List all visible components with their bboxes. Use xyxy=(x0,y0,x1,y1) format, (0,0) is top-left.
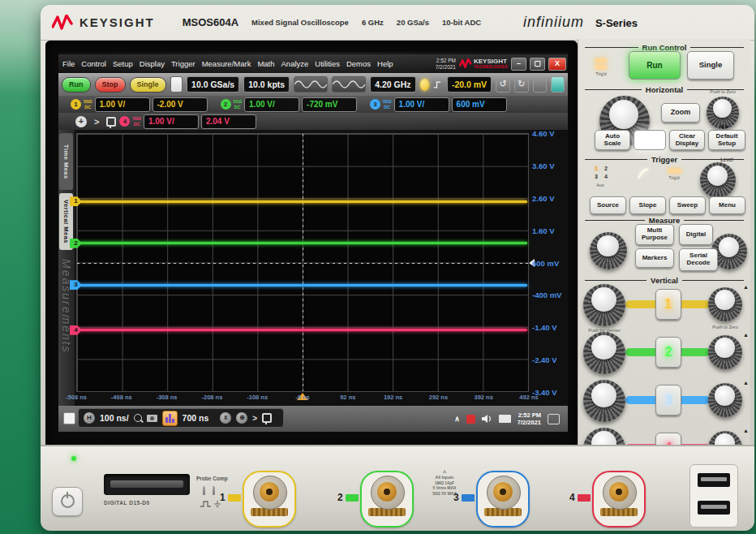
channel-1-coupling[interactable]: 50ΩDC xyxy=(84,99,92,109)
expand-arrow-icon[interactable]: > xyxy=(252,414,257,423)
channel-2-scale-knob[interactable] xyxy=(583,332,625,374)
channel-2-badge[interactable]: 2 xyxy=(221,99,231,110)
histogram-button[interactable] xyxy=(162,411,178,426)
waveform-trace-channel-4[interactable] xyxy=(78,329,527,331)
bnc-connector-4[interactable] xyxy=(603,476,637,510)
waveform-style-button[interactable] xyxy=(294,76,328,93)
bnc-connector-1[interactable] xyxy=(253,476,287,510)
markers-button[interactable]: Markers xyxy=(635,248,674,268)
digital-input-slot[interactable] xyxy=(104,474,190,495)
timebase-value[interactable]: 100 ns/ xyxy=(100,413,129,423)
bandwidth-box[interactable]: 4.20 GHz xyxy=(370,76,415,93)
waveform-grid[interactable]: 1234 xyxy=(76,133,529,392)
bnc-connector-2[interactable] xyxy=(371,476,405,510)
channel-1-offset-knob[interactable] xyxy=(708,287,742,321)
camera-icon[interactable] xyxy=(147,415,157,422)
run-button[interactable]: Run xyxy=(62,77,91,93)
single-button-panel[interactable]: Single xyxy=(687,51,734,80)
pointer-mode-button[interactable] xyxy=(533,76,547,93)
waveform-style-button-2[interactable] xyxy=(332,76,366,93)
marker-icon[interactable]: ⊕ xyxy=(236,412,247,424)
keyboard-icon[interactable] xyxy=(499,415,511,423)
show-desktop-icon[interactable] xyxy=(63,412,75,424)
serial-decode-button[interactable]: Serial Decode xyxy=(679,248,718,271)
menu-item-analyze[interactable]: Analyze xyxy=(281,59,309,68)
slope-button[interactable]: Slope xyxy=(629,196,666,214)
channel-2-enable-button[interactable]: 2 xyxy=(655,337,681,368)
channel-3-coupling[interactable]: 50ΩDC xyxy=(383,99,392,109)
channel-2-offset-knob[interactable] xyxy=(708,335,742,369)
expand-arrow-icon[interactable]: > xyxy=(94,117,99,127)
touch-toggle-button[interactable] xyxy=(170,76,183,93)
channel-3-offset-knob[interactable] xyxy=(708,383,742,417)
usb-port-1[interactable] xyxy=(698,473,730,487)
horizontal-menu-icon[interactable]: H xyxy=(84,412,95,424)
waveform-trace-channel-2[interactable] xyxy=(78,242,527,244)
waveform-trace-channel-1[interactable] xyxy=(78,200,527,203)
source-button[interactable]: Source xyxy=(590,196,626,214)
channel-3-scale-knob[interactable] xyxy=(583,380,625,422)
menu-item-math[interactable]: Math xyxy=(257,59,274,68)
bnc-connector-3[interactable] xyxy=(487,476,521,510)
channel-3-enable-button[interactable]: 3 xyxy=(655,385,681,416)
undo-button[interactable]: ↺ xyxy=(496,76,510,93)
menu-item-help[interactable]: Help xyxy=(377,59,393,68)
menu-item-trigger[interactable]: Trigger xyxy=(171,59,195,68)
trigger-level-box[interactable]: -20.0 mV xyxy=(447,76,492,93)
pause-icon[interactable]: ‖ xyxy=(220,412,231,424)
close-button[interactable]: X xyxy=(548,58,566,71)
search-zoom-icon[interactable] xyxy=(134,414,142,422)
channel-3-badge[interactable]: 3 xyxy=(370,99,380,110)
probe-comp-pin[interactable] xyxy=(213,486,215,495)
channel-1-offset[interactable]: -2.00 V xyxy=(152,97,208,112)
menu-item-file[interactable]: File xyxy=(62,59,75,68)
memory-depth-box[interactable]: 10.0 kpts xyxy=(243,76,290,93)
multi-purpose-button[interactable]: Multi Purpose xyxy=(635,224,674,245)
stop-button[interactable]: Stop xyxy=(95,77,126,93)
autoscale-button[interactable]: Auto Scale xyxy=(595,130,630,150)
channel-1-scale[interactable]: 1.00 V/ xyxy=(95,97,150,112)
measure-knob-left[interactable] xyxy=(590,232,627,269)
waveform-trace-channel-3[interactable] xyxy=(78,284,527,286)
channel-1-enable-button[interactable]: 1 xyxy=(655,289,681,320)
digital-button[interactable]: Digital xyxy=(679,224,713,245)
pin-icon[interactable] xyxy=(262,413,272,423)
run-stop-button[interactable]: Run xyxy=(629,51,681,80)
zoom-button[interactable]: Zoom xyxy=(661,103,700,123)
tray-chevron-icon[interactable]: ∧ xyxy=(454,415,460,423)
channel-2-coupling[interactable]: 50ΩDC xyxy=(234,99,243,109)
touch-button[interactable] xyxy=(634,130,666,150)
taskbar-clock[interactable]: 2:52 PM 7/2/2021 xyxy=(518,411,541,427)
channel-3-scale[interactable]: 1.00 V/ xyxy=(394,97,449,112)
notification-icon[interactable] xyxy=(548,414,560,424)
add-measurement-icon[interactable]: + xyxy=(75,116,87,127)
delay-value[interactable]: 700 ns xyxy=(183,413,209,423)
menu-item-measuremark[interactable]: Measure/Mark xyxy=(202,59,251,68)
sidebar-tab-time-meas[interactable]: Time Meas xyxy=(59,133,73,190)
clear-display-button[interactable]: Clear Display xyxy=(669,130,705,150)
channel-4-coupling[interactable]: 50ΩDC xyxy=(132,116,141,126)
pin-icon[interactable] xyxy=(106,117,116,127)
channel-2-scale[interactable]: 1.00 V/ xyxy=(244,97,299,112)
menu-item-demos[interactable]: Demos xyxy=(346,59,371,68)
sweep-button[interactable]: Sweep xyxy=(669,196,706,214)
channel-1-scale-knob[interactable] xyxy=(583,284,625,326)
menu-item-utilities[interactable]: Utilities xyxy=(315,59,340,68)
menu-item-control[interactable]: Control xyxy=(81,59,106,68)
channel-4-offset[interactable]: 2.04 V xyxy=(201,114,256,129)
sample-rate-box[interactable]: 10.0 GSa/s xyxy=(187,76,239,93)
tray-keysight-icon[interactable] xyxy=(466,415,475,424)
minimize-button[interactable]: – xyxy=(511,58,526,71)
power-button[interactable] xyxy=(52,487,83,516)
maximize-button[interactable]: ▢ xyxy=(530,58,545,71)
menu-button[interactable]: Menu xyxy=(709,196,745,214)
menu-item-setup[interactable]: Setup xyxy=(113,59,133,68)
channel-3-offset[interactable]: 600 mV xyxy=(452,97,507,112)
probe-comp-pin[interactable] xyxy=(203,486,205,495)
speaker-icon[interactable] xyxy=(482,414,492,424)
usb-port-2[interactable] xyxy=(698,501,730,515)
redo-button[interactable]: ↻ xyxy=(514,76,529,93)
annotation-mode-button[interactable] xyxy=(551,76,565,93)
single-button[interactable]: Single xyxy=(130,77,166,93)
channel-2-offset[interactable]: -720 mV xyxy=(302,97,357,112)
